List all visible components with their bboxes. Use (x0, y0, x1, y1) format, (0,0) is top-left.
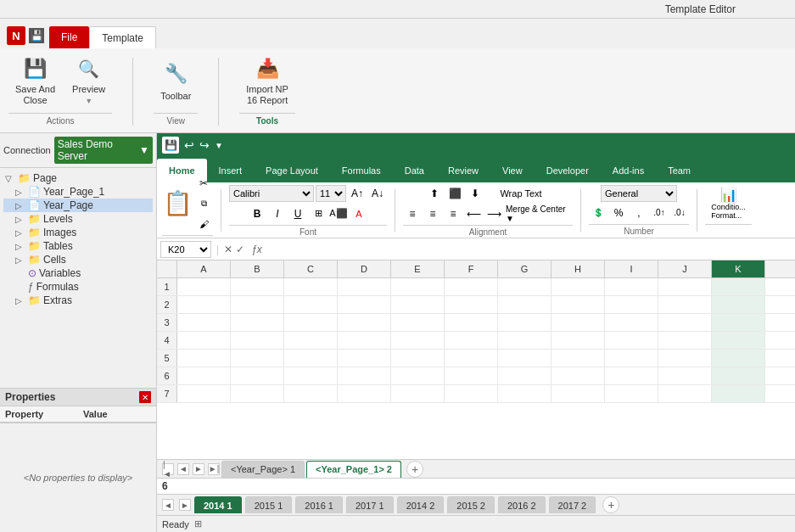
cell-b5[interactable] (231, 350, 284, 367)
cell-i3[interactable] (605, 314, 658, 331)
font-color-button[interactable]: A (350, 204, 368, 223)
col-header-f[interactable]: F (445, 260, 498, 277)
bottom-tab-2017-2[interactable]: 2017 2 (549, 496, 596, 513)
cell-f6[interactable] (445, 367, 498, 384)
decrease-font-button[interactable]: A↓ (368, 184, 387, 203)
cell-g7[interactable] (498, 385, 551, 402)
excel-tab-view[interactable]: View (490, 159, 535, 182)
align-center-button[interactable]: ≡ (423, 204, 442, 223)
cell-a5[interactable] (177, 350, 231, 367)
cancel-formula-icon[interactable]: ✕ (224, 244, 232, 255)
cell-g4[interactable] (498, 332, 551, 349)
cell-i7[interactable] (605, 385, 658, 402)
sheet-tab-year-page-1-2[interactable]: <Year_Page_1> 2 (306, 461, 401, 478)
excel-tab-developer[interactable]: Developer (535, 159, 601, 182)
sheet-nav-first[interactable]: |◄ (162, 463, 174, 475)
tree-item-levels[interactable]: ▷ 📁 Levels (3, 212, 153, 226)
cell-h7[interactable] (551, 385, 605, 402)
tree-item-year-page-1[interactable]: ▷ 📄 Year_Page_1 (3, 185, 153, 199)
excel-redo-button[interactable]: ↪ (199, 138, 210, 152)
cell-e5[interactable] (391, 350, 445, 367)
cell-h2[interactable] (551, 296, 605, 313)
preview-button[interactable]: 🔍 Preview▼ (65, 52, 112, 109)
cell-g6[interactable] (498, 367, 551, 384)
sheet-nav-next[interactable]: ► (193, 463, 204, 475)
excel-tab-review[interactable]: Review (436, 159, 490, 182)
bottom-tab-2015-1[interactable]: 2015 1 (245, 496, 293, 513)
cell-j1[interactable] (658, 278, 712, 295)
cell-a7[interactable] (177, 385, 231, 402)
formula-input[interactable] (269, 241, 792, 258)
sheet-nav-last[interactable]: ►| (208, 463, 220, 475)
conditional-format-button[interactable]: 📊 Conditio...Format... (705, 185, 752, 222)
col-header-a[interactable]: A (177, 260, 231, 277)
confirm-formula-icon[interactable]: ✓ (236, 244, 244, 255)
bottom-nav-next[interactable]: ► (179, 499, 191, 511)
format-painter-button[interactable]: 🖌 (194, 215, 213, 233)
cell-k5[interactable] (712, 350, 765, 367)
cell-f4[interactable] (445, 332, 498, 349)
cell-b1[interactable] (231, 278, 284, 295)
cell-c1[interactable] (284, 278, 338, 295)
cell-c7[interactable] (284, 385, 338, 402)
align-middle-button[interactable]: ⬛ (445, 184, 464, 203)
cell-k3[interactable] (712, 314, 765, 331)
sheet-tab-year-page-1[interactable]: <Year_Page> 1 (221, 461, 305, 478)
import-np-button[interactable]: 📥 Import NP16 Report (239, 52, 295, 109)
excel-save-button[interactable]: 💾 (162, 137, 179, 154)
cell-i4[interactable] (605, 332, 658, 349)
cell-j3[interactable] (658, 314, 712, 331)
cell-c6[interactable] (284, 367, 338, 384)
tree-item-year-page[interactable]: ▷ 📄 Year_Page (3, 199, 153, 212)
cell-a3[interactable] (177, 314, 231, 331)
cell-d3[interactable] (338, 314, 391, 331)
cell-i2[interactable] (605, 296, 658, 313)
save-close-button[interactable]: 💾 Save AndClose (8, 52, 62, 109)
cell-c3[interactable] (284, 314, 338, 331)
excel-tab-formulas[interactable]: Formulas (330, 159, 393, 182)
cell-c2[interactable] (284, 296, 338, 313)
cell-k2[interactable] (712, 296, 765, 313)
cell-f2[interactable] (445, 296, 498, 313)
tab-file[interactable]: File (49, 26, 89, 48)
cell-b7[interactable] (231, 385, 284, 402)
align-bottom-button[interactable]: ⬇ (466, 184, 484, 203)
bottom-tab-2014-2[interactable]: 2014 2 (397, 496, 445, 513)
cell-k1[interactable] (712, 278, 765, 295)
col-header-b[interactable]: B (231, 260, 284, 277)
excel-undo-button[interactable]: ↩ (184, 138, 194, 152)
cell-e1[interactable] (391, 278, 445, 295)
align-top-button[interactable]: ⬆ (425, 184, 444, 203)
cell-g3[interactable] (498, 314, 551, 331)
cell-g1[interactable] (498, 278, 551, 295)
col-header-e[interactable]: E (391, 260, 445, 277)
col-header-d[interactable]: D (338, 260, 391, 277)
col-header-k[interactable]: K (712, 260, 765, 277)
bold-button[interactable]: B (248, 204, 266, 223)
cell-h5[interactable] (551, 350, 605, 367)
italic-button[interactable]: I (268, 204, 287, 223)
excel-tab-team[interactable]: Team (656, 159, 703, 182)
bottom-add-sheet-button[interactable]: + (602, 496, 619, 513)
cell-i6[interactable] (605, 367, 658, 384)
tree-item-cells[interactable]: ▷ 📁 Cells (3, 253, 153, 266)
fill-color-button[interactable]: A⬛ (329, 204, 348, 223)
col-header-g[interactable]: G (498, 260, 551, 277)
cell-e7[interactable] (391, 385, 445, 402)
tree-item-tables[interactable]: ▷ 📁 Tables (3, 239, 153, 253)
font-family-select[interactable]: Calibri (229, 185, 314, 202)
excel-tab-insert[interactable]: Insert (207, 159, 255, 182)
quick-save-icon[interactable]: 💾 (29, 28, 44, 43)
cell-k4[interactable] (712, 332, 765, 349)
border-button[interactable]: ⊞ (309, 204, 328, 223)
cell-i5[interactable] (605, 350, 658, 367)
cell-b4[interactable] (231, 332, 284, 349)
bottom-tab-2015-2[interactable]: 2015 2 (447, 496, 495, 513)
cell-a4[interactable] (177, 332, 231, 349)
col-header-h[interactable]: H (551, 260, 605, 277)
wrap-text-button[interactable]: Wrap Text (491, 184, 551, 203)
cell-e6[interactable] (391, 367, 445, 384)
excel-tab-data[interactable]: Data (393, 159, 436, 182)
cell-b2[interactable] (231, 296, 284, 313)
underline-button[interactable]: U (288, 204, 307, 223)
